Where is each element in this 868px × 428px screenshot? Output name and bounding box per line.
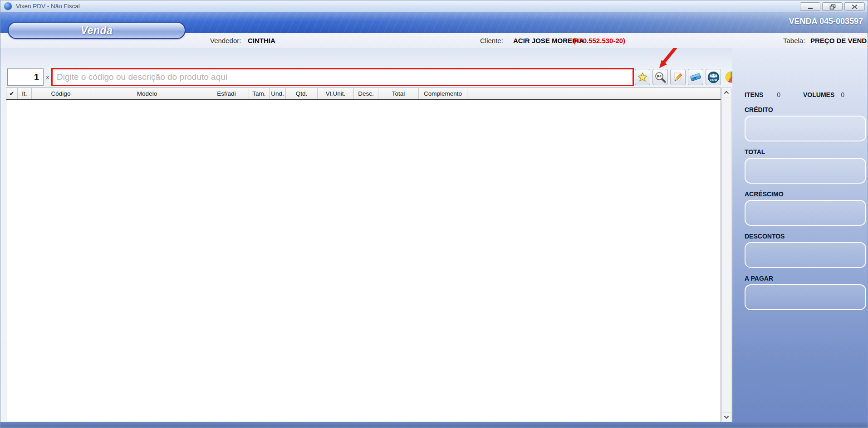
crm-button[interactable]: CRM bbox=[706, 69, 721, 85]
col-complemento[interactable]: Complemento bbox=[419, 88, 467, 99]
favorites-button[interactable] bbox=[635, 69, 650, 85]
vendedor-value: CINTHIA bbox=[248, 37, 275, 44]
col-item[interactable]: It. bbox=[18, 88, 32, 99]
col-modelo[interactable]: Modelo bbox=[90, 88, 204, 99]
scroll-up-button[interactable] bbox=[722, 88, 731, 97]
itens-label: ITENS bbox=[745, 91, 763, 98]
times-label: x bbox=[46, 73, 49, 81]
ticket-icon bbox=[690, 72, 701, 83]
descontos-group: DESCONTOS bbox=[745, 233, 868, 268]
volumes-value: 0 bbox=[841, 91, 844, 98]
chevron-down-icon bbox=[724, 415, 729, 419]
itens-value: 0 bbox=[777, 91, 780, 98]
main-area: x F4 bbox=[0, 48, 868, 422]
search-product-button[interactable]: F4 bbox=[652, 69, 668, 85]
col-esfadi[interactable]: Esf/adi bbox=[204, 88, 249, 99]
acrescimo-field[interactable] bbox=[745, 200, 866, 226]
restore-button[interactable] bbox=[822, 2, 843, 11]
product-toolbar: F4 bbox=[635, 69, 739, 85]
items-table-body[interactable] bbox=[6, 100, 721, 422]
acrescimo-label: ACRÉSCIMO bbox=[745, 190, 868, 198]
cliente-document: (470.552.530-20) bbox=[573, 37, 625, 44]
col-qtd[interactable]: Qtd. bbox=[286, 88, 318, 99]
crm-label: CRM bbox=[710, 78, 717, 82]
crm-icon: CRM bbox=[707, 71, 720, 83]
credito-group: CRÉDITO bbox=[745, 106, 868, 141]
app-window: Vixen PDV - Não Fiscal Venda VENDA 045-0… bbox=[0, 0, 868, 428]
title-bar: Vixen PDV - Não Fiscal bbox=[0, 0, 868, 12]
apagar-field[interactable] bbox=[745, 284, 866, 310]
minimize-icon bbox=[807, 4, 814, 10]
credito-label: CRÉDITO bbox=[745, 106, 868, 114]
quantity-input[interactable] bbox=[7, 68, 44, 86]
close-button[interactable] bbox=[844, 2, 865, 11]
product-search-input[interactable] bbox=[51, 68, 634, 86]
volumes-label: VOLUMES bbox=[803, 91, 834, 98]
tab-venda[interactable]: Venda bbox=[8, 22, 186, 39]
sale-number: VENDA 045-003597 bbox=[789, 17, 863, 26]
col-und[interactable]: Und. bbox=[270, 88, 286, 99]
apagar-label: A PAGAR bbox=[745, 275, 868, 282]
counts-row: ITENS 0 VOLUMES 0 bbox=[745, 91, 868, 99]
items-table: ✔ It. Código Modelo Esf/adi Tam. Und. Qt… bbox=[6, 88, 721, 422]
col-filler bbox=[467, 88, 721, 99]
col-tam[interactable]: Tam. bbox=[249, 88, 270, 99]
col-total[interactable]: Total bbox=[378, 88, 419, 99]
col-vlunit[interactable]: Vl.Unit. bbox=[318, 88, 354, 99]
f4-shortcut-label: F4 bbox=[657, 74, 662, 78]
total-field[interactable] bbox=[745, 158, 866, 184]
tab-venda-label: Venda bbox=[81, 24, 113, 37]
close-icon bbox=[852, 4, 858, 10]
items-scrollbar[interactable] bbox=[721, 88, 731, 422]
magnifier-f4-icon: F4 bbox=[655, 72, 666, 83]
minimize-button[interactable] bbox=[800, 2, 820, 11]
scroll-down-button[interactable] bbox=[722, 412, 731, 422]
totals-sidebar: ITENS 0 VOLUMES 0 CRÉDITO TOTAL ACRÉSCIM… bbox=[732, 48, 868, 422]
vendedor-label: Vendedor: bbox=[210, 37, 241, 44]
ticket-button[interactable] bbox=[688, 69, 703, 85]
credito-field[interactable] bbox=[745, 116, 866, 141]
window-title: Vixen PDV - Não Fiscal bbox=[16, 3, 80, 10]
tabela-value: PREÇO DE VEND bbox=[810, 37, 867, 44]
descontos-label: DESCONTOS bbox=[745, 233, 868, 240]
chevron-up-icon bbox=[724, 91, 729, 94]
descontos-field[interactable] bbox=[745, 242, 866, 268]
col-check[interactable]: ✔ bbox=[6, 88, 18, 99]
cliente-label: Cliente: bbox=[480, 37, 503, 44]
col-codigo[interactable]: Código bbox=[32, 88, 90, 99]
total-label: TOTAL bbox=[745, 148, 868, 156]
app-logo-icon bbox=[4, 2, 12, 10]
apagar-group: A PAGAR bbox=[745, 275, 868, 310]
items-table-header: ✔ It. Código Modelo Esf/adi Tam. Und. Qt… bbox=[6, 88, 721, 100]
pencil-icon bbox=[672, 72, 683, 83]
star-icon bbox=[637, 72, 648, 83]
edit-button[interactable] bbox=[670, 69, 686, 85]
acrescimo-group: ACRÉSCIMO bbox=[745, 190, 868, 226]
total-group: TOTAL bbox=[745, 148, 868, 184]
bottom-status-band bbox=[0, 422, 868, 428]
restore-icon bbox=[829, 4, 836, 10]
col-desc[interactable]: Desc. bbox=[354, 88, 378, 99]
tabela-label: Tabela: bbox=[783, 37, 805, 44]
